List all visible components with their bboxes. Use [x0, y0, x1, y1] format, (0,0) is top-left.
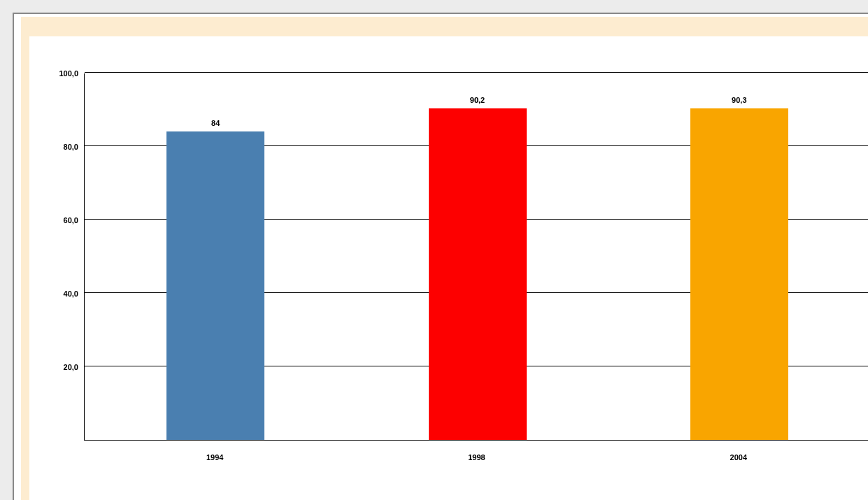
bar: 90,3 [690, 108, 788, 440]
bar-value-label: 84 [166, 119, 264, 127]
bar: 84 [166, 131, 264, 440]
header-band [21, 17, 868, 36]
x-tick-label: 2004 [690, 453, 788, 462]
y-tick-label: 40,0 [64, 290, 78, 298]
bar-value-label: 90,3 [690, 96, 788, 104]
chart-frame: 8490,290,3 20,040,060,080,0100,019941998… [13, 13, 868, 500]
chart-container: 8490,290,3 20,040,060,080,0100,019941998… [56, 49, 868, 490]
left-band [21, 17, 29, 500]
bar: 90,2 [429, 108, 527, 440]
x-tick-label: 1994 [166, 453, 264, 462]
y-tick-label: 20,0 [64, 363, 78, 371]
bar-value-label: 90,2 [429, 96, 527, 104]
x-tick-label: 1998 [428, 453, 526, 462]
y-tick-label: 60,0 [64, 216, 78, 224]
plot-area: 8490,290,3 [84, 73, 868, 441]
y-tick-label: 100,0 [59, 69, 78, 78]
gridline [85, 72, 868, 73]
y-tick-label: 80,0 [64, 143, 78, 151]
